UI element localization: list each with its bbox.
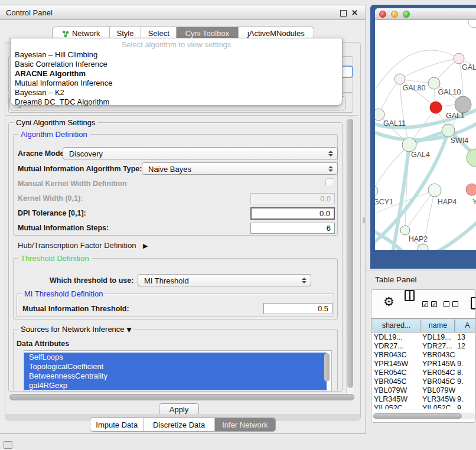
algorithm-definition-title: Algorithm Definition <box>18 130 90 139</box>
node-bottom[interactable] <box>418 244 428 250</box>
checkbox-unchecked-icon[interactable] <box>444 301 449 307</box>
settings-vscroll-thumb[interactable] <box>347 119 353 388</box>
table-cell: YDL19... <box>374 333 421 342</box>
node-salmon[interactable] <box>466 184 476 195</box>
mi-steps-field[interactable]: 6 <box>250 223 335 234</box>
algorithm-option[interactable]: Dream8 DC_TDC Algorithm <box>11 97 342 107</box>
table-cell: YBL079W <box>374 386 421 395</box>
node-gal10-label: GAL10 <box>438 88 461 96</box>
network-view-window[interactable]: GALGAL80GAL10GAL1GAL11SWI4GAL4GCY1HAP4YH… <box>370 5 476 269</box>
node-partial-top[interactable] <box>468 20 476 28</box>
hub-definition-toggle[interactable]: Hub/Transcription Factor Definition ▶ <box>18 241 148 250</box>
which-threshold-combo[interactable]: MI Threshold <box>138 274 311 286</box>
table-header-row: shared...nameA <box>371 318 476 332</box>
table-cell: YLR345W <box>374 395 421 404</box>
node-gal80-label: GAL80 <box>403 84 426 92</box>
table-cell: YBR045C <box>422 377 455 386</box>
node-gal-pink[interactable] <box>454 53 464 64</box>
algorithm-option[interactable]: Basic Correlation Inference <box>11 60 342 69</box>
minimize-traffic-light[interactable] <box>391 11 398 18</box>
dock-grip-icon[interactable] <box>4 441 12 449</box>
settings-hscroll-thumb[interactable] <box>9 394 354 400</box>
dpi-tolerance-field[interactable]: 0.0 <box>250 207 335 220</box>
table-column-header[interactable]: shared... <box>373 319 420 332</box>
cyni-bottom-tabbar: Impute DataDiscretize DataInfer Network <box>90 418 276 432</box>
node-hap4-label: HAP4 <box>438 198 457 206</box>
manual-kernel-checkbox[interactable] <box>325 178 334 187</box>
sources-group-title[interactable]: Sources for Network Inference ▼ <box>18 325 134 334</box>
float-window-icon[interactable] <box>340 10 347 17</box>
gear-icon[interactable]: ⚙ <box>383 295 395 309</box>
table-hscroll-thumb[interactable] <box>373 413 462 419</box>
table-row[interactable]: YDL19...YDL19...13 <box>373 333 476 342</box>
document-icon[interactable] <box>471 297 476 309</box>
control-panel-title: Control Panel <box>6 5 53 20</box>
algorithm-option[interactable]: ARACNE Algorithm <box>11 69 342 79</box>
table-cell: 8. <box>457 369 476 377</box>
kernel-width-label: Kernel Width (0,1): <box>18 194 83 203</box>
data-attribute-item[interactable]: SelfLoops <box>24 353 327 362</box>
mi-threshold-field[interactable]: 0.5 <box>263 303 332 314</box>
table-panel: ⚙ ✓ ✓ shared...nameA YDL19...YDL19...13Y… <box>371 289 476 423</box>
algorithm-option[interactable]: Bayesian – Hill Climbing <box>11 50 342 60</box>
algorithm-option[interactable]: Mutual Information Inference <box>11 79 342 88</box>
data-attributes-list[interactable]: SelfLoopsTopologicalCoefficientBetweenne… <box>24 350 332 392</box>
table-cell: 9. <box>457 377 476 386</box>
mi-type-combo[interactable]: Naive Bayes <box>142 162 338 175</box>
table-cell: YDR27... <box>422 342 455 351</box>
node-gal-pink-label: GAL <box>462 63 476 71</box>
algorithm-option[interactable]: Bayesian – K2 <box>11 88 342 97</box>
close-traffic-light[interactable] <box>379 11 386 18</box>
network-canvas[interactable]: GALGAL80GAL10GAL1GAL11SWI4GAL4GCY1HAP4YH… <box>375 20 476 250</box>
tab-discretize-data[interactable]: Discretize Data <box>144 418 214 431</box>
data-attribute-item[interactable]: gal4RGexp <box>24 381 327 390</box>
table-cell: YIL052C <box>374 404 421 409</box>
node-gray[interactable] <box>455 96 471 113</box>
table-row[interactable]: YPR145WYPR145W9. <box>373 360 476 369</box>
table-row[interactable]: YLR345WYLR345W9. <box>373 395 476 404</box>
checkbox-checked-icon[interactable]: ✓ <box>422 301 428 307</box>
node-hap2[interactable] <box>400 226 410 235</box>
attr-list-scrollbar[interactable] <box>324 353 330 381</box>
tab-infer-network[interactable]: Infer Network <box>215 418 275 431</box>
node-gcy1[interactable] <box>375 185 378 196</box>
data-attribute-item[interactable]: BetweennessCentrality <box>24 371 327 381</box>
table-column-header[interactable]: name <box>422 319 455 332</box>
close-icon[interactable]: ✕ <box>351 9 358 17</box>
node-gal1-label: GAL1 <box>446 112 465 120</box>
tab-label: Cyni Toolbox <box>185 29 229 38</box>
tab-label: Style <box>116 29 133 38</box>
table-row[interactable]: YBR045CYBR045C9. <box>373 377 476 386</box>
node-hap4[interactable] <box>428 184 441 197</box>
manual-kernel-label: Manual Kernel Width Definition <box>18 180 127 188</box>
table-row[interactable]: YDR27...YDR27...12 <box>373 342 476 351</box>
node-green-right[interactable] <box>467 149 476 167</box>
zoom-traffic-light[interactable] <box>403 11 410 18</box>
table-column-header[interactable]: A <box>456 319 476 332</box>
columns-icon[interactable] <box>405 290 415 301</box>
table-cell: YBL079W <box>422 386 455 395</box>
checkbox-unchecked-icon[interactable] <box>452 301 458 307</box>
table-row[interactable]: YIL052CYIL052C9 <box>373 404 476 409</box>
tab-label: jActiveMNodules <box>247 29 305 38</box>
node-gal11[interactable] <box>375 109 384 120</box>
node-salmon-label: Y <box>472 198 476 206</box>
aracne-mode-combo[interactable]: Discovery <box>63 147 338 159</box>
control-panel-window: Control Panel ✕ NetworkStyleSelectCyni T… <box>0 5 366 434</box>
node-gal1[interactable] <box>430 102 442 113</box>
table-row[interactable]: YER054CYER054C8. <box>373 369 476 377</box>
node-gal10[interactable] <box>428 77 440 89</box>
checkbox-checked-icon[interactable]: ✓ <box>431 301 437 307</box>
data-attribute-item[interactable]: TopologicalCoefficient <box>24 362 327 371</box>
node-swi4[interactable] <box>442 124 455 137</box>
node-gal80[interactable] <box>395 74 405 84</box>
dpi-tolerance-label: DPI Tolerance [0,1]: <box>18 209 86 217</box>
tab-impute-data[interactable]: Impute Data <box>90 418 144 431</box>
splitter-handle[interactable] <box>363 217 365 223</box>
table-row[interactable]: YBL079WYBL079W <box>373 386 476 395</box>
node-gal4[interactable] <box>402 138 416 152</box>
screenshot-root: Control Panel ✕ NetworkStyleSelectCyni T… <box>0 0 476 450</box>
table-row[interactable]: YBR043CYBR043C <box>373 351 476 360</box>
kernel-width-field[interactable]: 0.0 <box>250 193 335 204</box>
expanded-arrow-icon: ▼ <box>126 326 131 334</box>
